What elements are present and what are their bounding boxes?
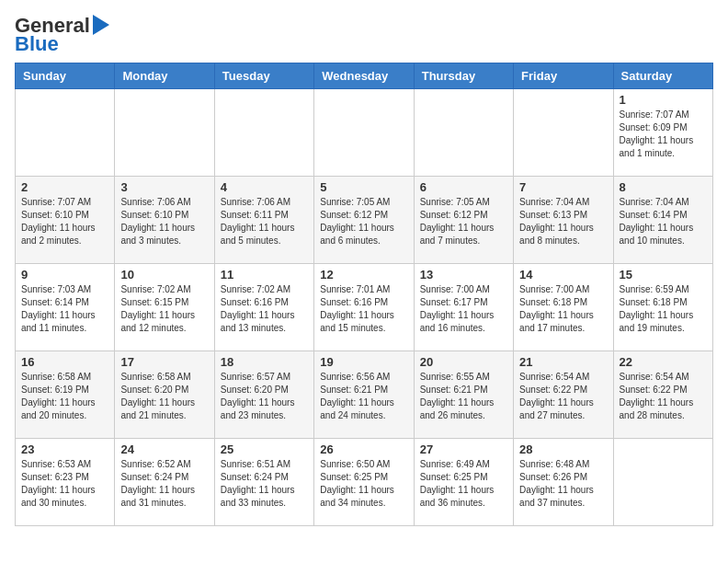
calendar-header-row: SundayMondayTuesdayWednesdayThursdayFrid… (16, 63, 713, 89)
day-info: Sunrise: 7:01 AM Sunset: 6:16 PM Dayligh… (320, 283, 407, 335)
day-info: Sunrise: 7:06 AM Sunset: 6:11 PM Dayligh… (221, 196, 308, 247)
calendar-cell: 15Sunrise: 6:59 AM Sunset: 6:18 PM Dayli… (613, 264, 712, 351)
calendar-cell: 18Sunrise: 6:57 AM Sunset: 6:20 PM Dayli… (214, 351, 313, 439)
calendar-cell: 5Sunrise: 7:05 AM Sunset: 6:12 PM Daylig… (314, 177, 414, 264)
day-number: 3 (120, 180, 208, 194)
day-info: Sunrise: 6:52 AM Sunset: 6:24 PM Dayligh… (120, 458, 208, 510)
calendar-cell (115, 89, 214, 177)
page-header: General Blue (15, 15, 713, 55)
logo: General Blue (15, 15, 109, 55)
day-info: Sunrise: 7:03 AM Sunset: 6:14 PM Dayligh… (21, 283, 108, 335)
day-info: Sunrise: 6:54 AM Sunset: 6:22 PM Dayligh… (519, 371, 607, 422)
calendar-cell (16, 89, 115, 177)
calendar-cell: 2Sunrise: 7:07 AM Sunset: 6:10 PM Daylig… (16, 177, 115, 264)
day-number: 10 (120, 268, 208, 282)
day-info: Sunrise: 6:54 AM Sunset: 6:22 PM Dayligh… (620, 371, 707, 422)
logo-arrow-icon (93, 15, 109, 35)
calendar-cell: 20Sunrise: 6:55 AM Sunset: 6:21 PM Dayli… (414, 351, 513, 439)
calendar-cell: 21Sunrise: 6:54 AM Sunset: 6:22 PM Dayli… (514, 351, 613, 439)
day-number: 19 (320, 355, 407, 369)
day-number: 1 (620, 93, 707, 107)
day-number: 12 (320, 268, 407, 282)
calendar-cell: 8Sunrise: 7:04 AM Sunset: 6:14 PM Daylig… (613, 177, 712, 264)
day-number: 2 (21, 180, 108, 194)
day-number: 13 (420, 268, 507, 282)
calendar-cell: 13Sunrise: 7:00 AM Sunset: 6:17 PM Dayli… (414, 264, 513, 351)
calendar-cell: 17Sunrise: 6:58 AM Sunset: 6:20 PM Dayli… (115, 351, 214, 439)
day-info: Sunrise: 7:04 AM Sunset: 6:13 PM Dayligh… (519, 196, 607, 247)
col-header-tuesday: Tuesday (214, 63, 313, 89)
day-number: 9 (21, 268, 108, 282)
day-number: 28 (519, 442, 607, 456)
day-info: Sunrise: 7:04 AM Sunset: 6:14 PM Dayligh… (620, 196, 707, 247)
day-info: Sunrise: 6:48 AM Sunset: 6:26 PM Dayligh… (519, 458, 607, 510)
calendar-cell: 9Sunrise: 7:03 AM Sunset: 6:14 PM Daylig… (16, 264, 115, 351)
day-number: 16 (21, 355, 108, 369)
calendar-cell (514, 89, 613, 177)
day-number: 23 (21, 442, 108, 456)
day-number: 7 (519, 180, 607, 194)
day-info: Sunrise: 7:00 AM Sunset: 6:18 PM Dayligh… (519, 283, 607, 335)
calendar-cell: 28Sunrise: 6:48 AM Sunset: 6:26 PM Dayli… (514, 439, 613, 526)
day-number: 6 (420, 180, 507, 194)
calendar-week-row: 1Sunrise: 7:07 AM Sunset: 6:09 PM Daylig… (16, 89, 713, 177)
calendar-cell (314, 89, 414, 177)
day-info: Sunrise: 7:07 AM Sunset: 6:09 PM Dayligh… (620, 109, 707, 160)
calendar-cell (613, 439, 712, 526)
col-header-wednesday: Wednesday (314, 63, 414, 89)
calendar-cell: 23Sunrise: 6:53 AM Sunset: 6:23 PM Dayli… (16, 439, 115, 526)
col-header-friday: Friday (514, 63, 613, 89)
calendar-cell: 7Sunrise: 7:04 AM Sunset: 6:13 PM Daylig… (514, 177, 613, 264)
day-info: Sunrise: 7:05 AM Sunset: 6:12 PM Dayligh… (420, 196, 507, 247)
calendar-cell: 12Sunrise: 7:01 AM Sunset: 6:16 PM Dayli… (314, 264, 414, 351)
calendar-week-row: 9Sunrise: 7:03 AM Sunset: 6:14 PM Daylig… (16, 264, 713, 351)
day-info: Sunrise: 6:58 AM Sunset: 6:20 PM Dayligh… (120, 371, 208, 422)
day-info: Sunrise: 7:00 AM Sunset: 6:17 PM Dayligh… (420, 283, 507, 335)
calendar-cell: 19Sunrise: 6:56 AM Sunset: 6:21 PM Dayli… (314, 351, 414, 439)
calendar-cell: 16Sunrise: 6:58 AM Sunset: 6:19 PM Dayli… (16, 351, 115, 439)
day-info: Sunrise: 6:55 AM Sunset: 6:21 PM Dayligh… (420, 371, 507, 422)
day-info: Sunrise: 7:02 AM Sunset: 6:16 PM Dayligh… (221, 283, 308, 335)
day-number: 24 (120, 442, 208, 456)
day-number: 11 (221, 268, 308, 282)
calendar-week-row: 16Sunrise: 6:58 AM Sunset: 6:19 PM Dayli… (16, 351, 713, 439)
svg-marker-0 (93, 15, 109, 35)
day-number: 8 (620, 180, 707, 194)
calendar-table: SundayMondayTuesdayWednesdayThursdayFrid… (15, 63, 713, 526)
day-number: 17 (120, 355, 208, 369)
col-header-monday: Monday (115, 63, 214, 89)
calendar-week-row: 2Sunrise: 7:07 AM Sunset: 6:10 PM Daylig… (16, 177, 713, 264)
day-info: Sunrise: 6:51 AM Sunset: 6:24 PM Dayligh… (221, 458, 308, 510)
day-number: 14 (519, 268, 607, 282)
day-info: Sunrise: 6:50 AM Sunset: 6:25 PM Dayligh… (320, 458, 407, 510)
calendar-cell: 6Sunrise: 7:05 AM Sunset: 6:12 PM Daylig… (414, 177, 513, 264)
day-number: 22 (620, 355, 707, 369)
calendar-cell: 27Sunrise: 6:49 AM Sunset: 6:25 PM Dayli… (414, 439, 513, 526)
day-number: 21 (519, 355, 607, 369)
day-number: 26 (320, 442, 407, 456)
calendar-cell: 22Sunrise: 6:54 AM Sunset: 6:22 PM Dayli… (613, 351, 712, 439)
day-number: 15 (620, 268, 707, 282)
calendar-cell: 26Sunrise: 6:50 AM Sunset: 6:25 PM Dayli… (314, 439, 414, 526)
col-header-thursday: Thursday (414, 63, 513, 89)
day-info: Sunrise: 6:49 AM Sunset: 6:25 PM Dayligh… (420, 458, 507, 510)
day-number: 18 (221, 355, 308, 369)
day-number: 5 (320, 180, 407, 194)
calendar-cell: 24Sunrise: 6:52 AM Sunset: 6:24 PM Dayli… (115, 439, 214, 526)
calendar-cell: 1Sunrise: 7:07 AM Sunset: 6:09 PM Daylig… (613, 89, 712, 177)
calendar-cell (414, 89, 513, 177)
day-info: Sunrise: 7:07 AM Sunset: 6:10 PM Dayligh… (21, 196, 108, 247)
day-info: Sunrise: 7:02 AM Sunset: 6:15 PM Dayligh… (120, 283, 208, 335)
calendar-cell: 11Sunrise: 7:02 AM Sunset: 6:16 PM Dayli… (214, 264, 313, 351)
logo-blue: Blue (15, 32, 59, 55)
day-info: Sunrise: 7:06 AM Sunset: 6:10 PM Dayligh… (120, 196, 208, 247)
day-number: 20 (420, 355, 507, 369)
day-info: Sunrise: 6:59 AM Sunset: 6:18 PM Dayligh… (620, 283, 707, 335)
calendar-cell: 14Sunrise: 7:00 AM Sunset: 6:18 PM Dayli… (514, 264, 613, 351)
day-info: Sunrise: 6:53 AM Sunset: 6:23 PM Dayligh… (21, 458, 108, 510)
day-info: Sunrise: 7:05 AM Sunset: 6:12 PM Dayligh… (320, 196, 407, 247)
day-info: Sunrise: 6:57 AM Sunset: 6:20 PM Dayligh… (221, 371, 308, 422)
day-info: Sunrise: 6:58 AM Sunset: 6:19 PM Dayligh… (21, 371, 108, 422)
day-number: 4 (221, 180, 308, 194)
calendar-cell: 3Sunrise: 7:06 AM Sunset: 6:10 PM Daylig… (115, 177, 214, 264)
